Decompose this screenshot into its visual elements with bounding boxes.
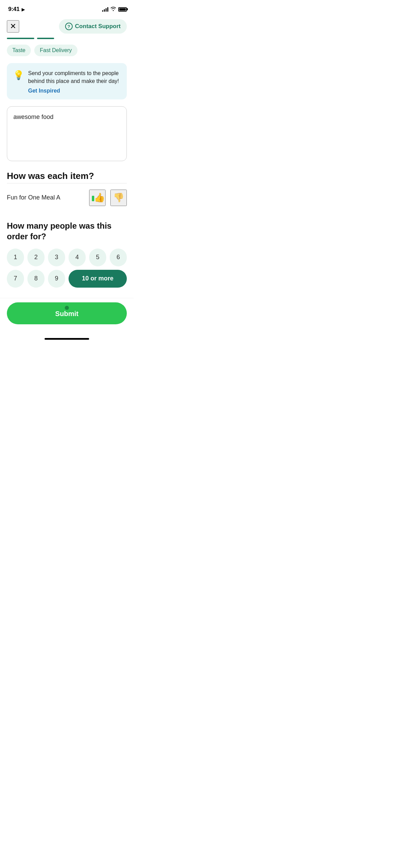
number-btn-6[interactable]: 6 xyxy=(110,249,127,266)
number-btn-2[interactable]: 2 xyxy=(27,249,45,266)
wifi-icon xyxy=(110,7,116,12)
item-rating-row: Fun for One Meal A 👍 👎 xyxy=(0,183,134,212)
status-bar: 9:41 ▶ xyxy=(0,0,134,16)
number-btn-10-or-more[interactable]: 10 or more xyxy=(69,270,127,288)
thumbs-down-button[interactable]: 👎 xyxy=(110,190,127,206)
thumbs-up-icon: 👍 xyxy=(90,190,104,206)
location-icon: ▶ xyxy=(22,7,25,12)
item-section-heading: How was each item? xyxy=(0,171,134,183)
number-grid-row1: 1 2 3 4 5 6 xyxy=(7,249,127,266)
rating-thumbs: 👍 👎 xyxy=(89,190,127,206)
submit-dot xyxy=(65,306,69,310)
number-btn-7[interactable]: 7 xyxy=(7,270,24,288)
tag-taste[interactable]: Taste xyxy=(7,45,31,56)
home-indicator xyxy=(0,335,134,342)
status-time: 9:41 xyxy=(8,6,20,13)
number-btn-5[interactable]: 5 xyxy=(89,249,106,266)
close-icon: ✕ xyxy=(10,23,16,30)
inspiration-content: Send your compliments to the people behi… xyxy=(28,69,121,94)
contact-support-icon: ? xyxy=(65,23,73,30)
header: ✕ ? Contact Support xyxy=(0,16,134,38)
number-btn-9[interactable]: 9 xyxy=(48,270,65,288)
review-textarea[interactable]: awesome food xyxy=(7,106,127,161)
inspiration-box: 💡 Send your compliments to the people be… xyxy=(7,63,127,99)
number-btn-8[interactable]: 8 xyxy=(27,270,45,288)
item-name: Fun for One Meal A xyxy=(7,194,60,201)
lightbulb-icon: 💡 xyxy=(13,70,24,81)
number-btn-3[interactable]: 3 xyxy=(48,249,65,266)
tags-row: Taste Fast Delivery xyxy=(0,43,134,63)
contact-support-label: Contact Support xyxy=(75,23,121,30)
home-bar xyxy=(45,338,89,340)
battery-icon xyxy=(118,7,127,12)
svg-text:👎: 👎 xyxy=(113,192,124,203)
submit-button[interactable]: Submit xyxy=(7,302,127,324)
thumbs-up-button[interactable]: 👍 xyxy=(89,190,106,206)
tag-fast-delivery[interactable]: Fast Delivery xyxy=(34,45,77,56)
progress-bar-1 xyxy=(7,38,34,39)
submit-area: Submit xyxy=(0,298,134,335)
people-heading: How many people was this order for? xyxy=(7,220,127,242)
progress-bar-2 xyxy=(37,38,54,39)
thumbs-down-icon: 👎 xyxy=(112,190,125,205)
progress-area xyxy=(0,38,134,43)
people-section: How many people was this order for? 1 2 … xyxy=(0,212,134,288)
signal-icon xyxy=(102,7,108,12)
get-inspired-link[interactable]: Get Inspired xyxy=(28,88,121,94)
inspiration-text: Send your compliments to the people behi… xyxy=(28,69,121,85)
svg-text:👍: 👍 xyxy=(94,192,104,203)
number-btn-4[interactable]: 4 xyxy=(69,249,86,266)
number-btn-1[interactable]: 1 xyxy=(7,249,24,266)
close-button[interactable]: ✕ xyxy=(7,20,19,33)
submit-label: Submit xyxy=(55,310,78,318)
contact-support-button[interactable]: ? Contact Support xyxy=(59,19,127,34)
status-icons xyxy=(102,7,127,12)
